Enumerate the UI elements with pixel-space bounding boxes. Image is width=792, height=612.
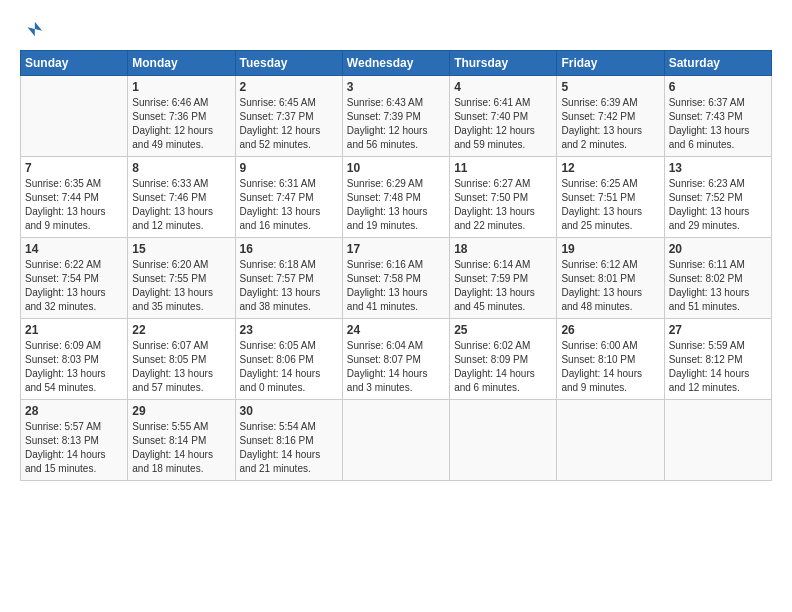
- logo: [20, 18, 44, 40]
- day-detail: Sunrise: 6:00 AM Sunset: 8:10 PM Dayligh…: [561, 339, 659, 395]
- col-header-tuesday: Tuesday: [235, 51, 342, 76]
- calendar-cell: 28Sunrise: 5:57 AM Sunset: 8:13 PM Dayli…: [21, 400, 128, 481]
- day-detail: Sunrise: 6:46 AM Sunset: 7:36 PM Dayligh…: [132, 96, 230, 152]
- calendar-cell: 19Sunrise: 6:12 AM Sunset: 8:01 PM Dayli…: [557, 238, 664, 319]
- logo-icon: [22, 18, 44, 40]
- calendar-cell: 9Sunrise: 6:31 AM Sunset: 7:47 PM Daylig…: [235, 157, 342, 238]
- day-detail: Sunrise: 6:18 AM Sunset: 7:57 PM Dayligh…: [240, 258, 338, 314]
- calendar-cell: 15Sunrise: 6:20 AM Sunset: 7:55 PM Dayli…: [128, 238, 235, 319]
- day-number: 27: [669, 323, 767, 337]
- day-number: 29: [132, 404, 230, 418]
- calendar-cell: 1Sunrise: 6:46 AM Sunset: 7:36 PM Daylig…: [128, 76, 235, 157]
- day-detail: Sunrise: 6:04 AM Sunset: 8:07 PM Dayligh…: [347, 339, 445, 395]
- calendar-cell: 4Sunrise: 6:41 AM Sunset: 7:40 PM Daylig…: [450, 76, 557, 157]
- calendar-cell: 12Sunrise: 6:25 AM Sunset: 7:51 PM Dayli…: [557, 157, 664, 238]
- calendar-cell: 5Sunrise: 6:39 AM Sunset: 7:42 PM Daylig…: [557, 76, 664, 157]
- day-detail: Sunrise: 6:45 AM Sunset: 7:37 PM Dayligh…: [240, 96, 338, 152]
- day-number: 21: [25, 323, 123, 337]
- day-number: 16: [240, 242, 338, 256]
- day-number: 7: [25, 161, 123, 175]
- calendar-cell: 27Sunrise: 5:59 AM Sunset: 8:12 PM Dayli…: [664, 319, 771, 400]
- day-number: 28: [25, 404, 123, 418]
- calendar-cell: 24Sunrise: 6:04 AM Sunset: 8:07 PM Dayli…: [342, 319, 449, 400]
- day-number: 25: [454, 323, 552, 337]
- day-number: 6: [669, 80, 767, 94]
- calendar-cell: 3Sunrise: 6:43 AM Sunset: 7:39 PM Daylig…: [342, 76, 449, 157]
- day-detail: Sunrise: 6:43 AM Sunset: 7:39 PM Dayligh…: [347, 96, 445, 152]
- day-detail: Sunrise: 5:59 AM Sunset: 8:12 PM Dayligh…: [669, 339, 767, 395]
- week-row-1: 1Sunrise: 6:46 AM Sunset: 7:36 PM Daylig…: [21, 76, 772, 157]
- day-detail: Sunrise: 6:25 AM Sunset: 7:51 PM Dayligh…: [561, 177, 659, 233]
- day-number: 1: [132, 80, 230, 94]
- calendar-cell: 17Sunrise: 6:16 AM Sunset: 7:58 PM Dayli…: [342, 238, 449, 319]
- day-number: 22: [132, 323, 230, 337]
- day-number: 18: [454, 242, 552, 256]
- calendar-cell: 25Sunrise: 6:02 AM Sunset: 8:09 PM Dayli…: [450, 319, 557, 400]
- week-row-4: 21Sunrise: 6:09 AM Sunset: 8:03 PM Dayli…: [21, 319, 772, 400]
- day-detail: Sunrise: 6:35 AM Sunset: 7:44 PM Dayligh…: [25, 177, 123, 233]
- day-number: 14: [25, 242, 123, 256]
- calendar-cell: [664, 400, 771, 481]
- calendar-cell: 26Sunrise: 6:00 AM Sunset: 8:10 PM Dayli…: [557, 319, 664, 400]
- day-detail: Sunrise: 6:11 AM Sunset: 8:02 PM Dayligh…: [669, 258, 767, 314]
- day-detail: Sunrise: 6:41 AM Sunset: 7:40 PM Dayligh…: [454, 96, 552, 152]
- calendar-table: SundayMondayTuesdayWednesdayThursdayFrid…: [20, 50, 772, 481]
- week-row-2: 7Sunrise: 6:35 AM Sunset: 7:44 PM Daylig…: [21, 157, 772, 238]
- day-number: 26: [561, 323, 659, 337]
- day-number: 2: [240, 80, 338, 94]
- day-detail: Sunrise: 6:14 AM Sunset: 7:59 PM Dayligh…: [454, 258, 552, 314]
- calendar-cell: 8Sunrise: 6:33 AM Sunset: 7:46 PM Daylig…: [128, 157, 235, 238]
- day-number: 13: [669, 161, 767, 175]
- calendar-cell: 10Sunrise: 6:29 AM Sunset: 7:48 PM Dayli…: [342, 157, 449, 238]
- calendar-cell: [21, 76, 128, 157]
- day-detail: Sunrise: 5:55 AM Sunset: 8:14 PM Dayligh…: [132, 420, 230, 476]
- col-header-thursday: Thursday: [450, 51, 557, 76]
- week-row-5: 28Sunrise: 5:57 AM Sunset: 8:13 PM Dayli…: [21, 400, 772, 481]
- day-number: 8: [132, 161, 230, 175]
- day-detail: Sunrise: 6:23 AM Sunset: 7:52 PM Dayligh…: [669, 177, 767, 233]
- day-detail: Sunrise: 6:12 AM Sunset: 8:01 PM Dayligh…: [561, 258, 659, 314]
- day-number: 4: [454, 80, 552, 94]
- day-number: 17: [347, 242, 445, 256]
- day-number: 19: [561, 242, 659, 256]
- day-detail: Sunrise: 6:37 AM Sunset: 7:43 PM Dayligh…: [669, 96, 767, 152]
- calendar-cell: 20Sunrise: 6:11 AM Sunset: 8:02 PM Dayli…: [664, 238, 771, 319]
- day-detail: Sunrise: 6:02 AM Sunset: 8:09 PM Dayligh…: [454, 339, 552, 395]
- day-detail: Sunrise: 6:09 AM Sunset: 8:03 PM Dayligh…: [25, 339, 123, 395]
- calendar-header-row: SundayMondayTuesdayWednesdayThursdayFrid…: [21, 51, 772, 76]
- calendar-cell: [450, 400, 557, 481]
- calendar-cell: [342, 400, 449, 481]
- calendar-cell: 2Sunrise: 6:45 AM Sunset: 7:37 PM Daylig…: [235, 76, 342, 157]
- calendar-cell: 30Sunrise: 5:54 AM Sunset: 8:16 PM Dayli…: [235, 400, 342, 481]
- calendar-cell: 21Sunrise: 6:09 AM Sunset: 8:03 PM Dayli…: [21, 319, 128, 400]
- day-number: 5: [561, 80, 659, 94]
- day-detail: Sunrise: 5:57 AM Sunset: 8:13 PM Dayligh…: [25, 420, 123, 476]
- calendar-cell: 23Sunrise: 6:05 AM Sunset: 8:06 PM Dayli…: [235, 319, 342, 400]
- calendar-cell: [557, 400, 664, 481]
- day-number: 9: [240, 161, 338, 175]
- day-detail: Sunrise: 6:39 AM Sunset: 7:42 PM Dayligh…: [561, 96, 659, 152]
- day-detail: Sunrise: 6:27 AM Sunset: 7:50 PM Dayligh…: [454, 177, 552, 233]
- calendar-cell: 7Sunrise: 6:35 AM Sunset: 7:44 PM Daylig…: [21, 157, 128, 238]
- col-header-friday: Friday: [557, 51, 664, 76]
- calendar-cell: 22Sunrise: 6:07 AM Sunset: 8:05 PM Dayli…: [128, 319, 235, 400]
- page: SundayMondayTuesdayWednesdayThursdayFrid…: [0, 0, 792, 612]
- day-number: 10: [347, 161, 445, 175]
- col-header-monday: Monday: [128, 51, 235, 76]
- day-detail: Sunrise: 5:54 AM Sunset: 8:16 PM Dayligh…: [240, 420, 338, 476]
- col-header-saturday: Saturday: [664, 51, 771, 76]
- calendar-cell: 29Sunrise: 5:55 AM Sunset: 8:14 PM Dayli…: [128, 400, 235, 481]
- col-header-wednesday: Wednesday: [342, 51, 449, 76]
- day-number: 23: [240, 323, 338, 337]
- day-number: 24: [347, 323, 445, 337]
- day-detail: Sunrise: 6:16 AM Sunset: 7:58 PM Dayligh…: [347, 258, 445, 314]
- day-number: 20: [669, 242, 767, 256]
- calendar-cell: 16Sunrise: 6:18 AM Sunset: 7:57 PM Dayli…: [235, 238, 342, 319]
- calendar-cell: 13Sunrise: 6:23 AM Sunset: 7:52 PM Dayli…: [664, 157, 771, 238]
- day-number: 15: [132, 242, 230, 256]
- day-detail: Sunrise: 6:05 AM Sunset: 8:06 PM Dayligh…: [240, 339, 338, 395]
- week-row-3: 14Sunrise: 6:22 AM Sunset: 7:54 PM Dayli…: [21, 238, 772, 319]
- svg-marker-0: [28, 22, 43, 37]
- col-header-sunday: Sunday: [21, 51, 128, 76]
- calendar-cell: 14Sunrise: 6:22 AM Sunset: 7:54 PM Dayli…: [21, 238, 128, 319]
